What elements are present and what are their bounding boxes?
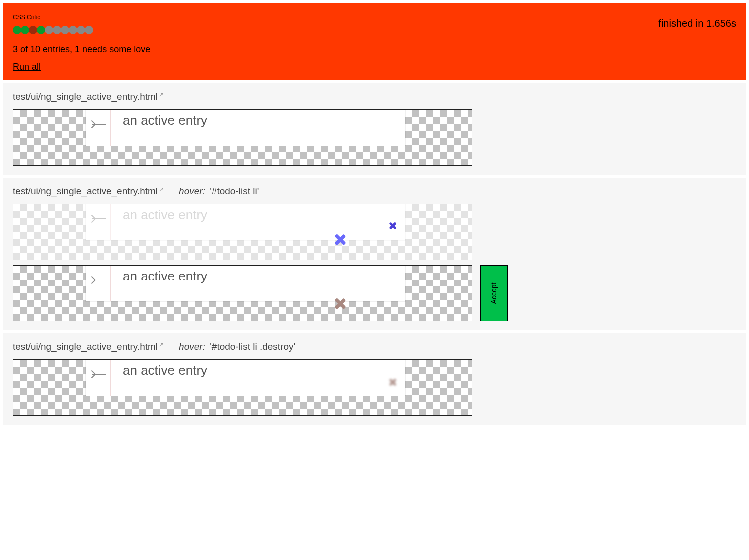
todo-entry-text: an active entry bbox=[123, 269, 207, 284]
hover-selector: '#todo-list li .destroy' bbox=[207, 341, 295, 352]
run-all-link[interactable]: Run all bbox=[13, 62, 41, 72]
accept-button[interactable]: Accept bbox=[480, 265, 508, 321]
snapshot-image[interactable]: an active entry bbox=[13, 109, 472, 166]
snapshot-row: an active entry bbox=[13, 359, 736, 416]
finished-text: finished in 1.656s bbox=[658, 18, 736, 29]
summary-text: 3 of 10 entries, 1 needs some love bbox=[13, 44, 736, 55]
snapshot-image[interactable]: an active entry bbox=[13, 204, 472, 260]
entry-title: test/ui/ng_single_active_entry.html↗hove… bbox=[13, 186, 736, 197]
progress-dots bbox=[13, 26, 736, 34]
header: CSS Critic 3 of 10 entries, 1 needs some… bbox=[3, 3, 746, 80]
entry-path[interactable]: test/ui/ng_single_active_entry.html bbox=[13, 341, 158, 352]
entry: test/ui/ng_single_active_entry.html↗hove… bbox=[3, 333, 746, 425]
progress-dot-9[interactable] bbox=[85, 26, 93, 34]
progress-dot-0[interactable] bbox=[13, 26, 21, 34]
hover-label: hover: bbox=[179, 186, 205, 196]
todo-entry-text: an active entry bbox=[123, 113, 207, 128]
app-title: CSS Critic bbox=[13, 14, 736, 21]
entry-title: test/ui/ng_single_active_entry.html↗ bbox=[13, 91, 736, 102]
entry-path[interactable]: test/ui/ng_single_active_entry.html bbox=[13, 186, 158, 196]
entry-path[interactable]: test/ui/ng_single_active_entry.html bbox=[13, 91, 158, 102]
todo-entry-text: an active entry bbox=[123, 363, 207, 378]
diff-marker-icon bbox=[389, 222, 396, 229]
progress-dot-1[interactable] bbox=[21, 26, 29, 34]
hover-label: hover: bbox=[179, 341, 205, 352]
entry: test/ui/ng_single_active_entry.html↗an a… bbox=[3, 83, 746, 175]
progress-dot-5[interactable] bbox=[53, 26, 61, 34]
entry-title: test/ui/ng_single_active_entry.html↗hove… bbox=[13, 341, 736, 352]
snapshot-image[interactable]: an active entry bbox=[13, 359, 472, 416]
progress-dot-4[interactable] bbox=[45, 26, 53, 34]
entry: test/ui/ng_single_active_entry.html↗hove… bbox=[3, 178, 746, 330]
snapshot-image[interactable]: an active entry bbox=[13, 265, 472, 321]
snapshot-row: an active entry bbox=[13, 204, 736, 260]
snapshot-row: an active entry bbox=[13, 109, 736, 166]
todo-entry-text: an active entry bbox=[123, 207, 207, 223]
progress-dot-6[interactable] bbox=[61, 26, 69, 34]
snapshot-row: an active entryAccept bbox=[13, 265, 736, 321]
diff-marker-icon bbox=[335, 298, 346, 309]
progress-dot-8[interactable] bbox=[77, 26, 85, 34]
hover-selector: '#todo-list li' bbox=[207, 186, 259, 196]
progress-dot-7[interactable] bbox=[69, 26, 77, 34]
accept-button-label: Accept bbox=[490, 282, 498, 304]
diff-marker-icon bbox=[335, 234, 346, 245]
progress-dot-3[interactable] bbox=[37, 26, 45, 34]
progress-dot-2[interactable] bbox=[29, 26, 37, 34]
external-link-icon[interactable]: ↗ bbox=[159, 186, 164, 193]
external-link-icon[interactable]: ↗ bbox=[159, 91, 164, 98]
external-link-icon[interactable]: ↗ bbox=[159, 341, 164, 348]
diff-marker-icon bbox=[389, 379, 396, 386]
